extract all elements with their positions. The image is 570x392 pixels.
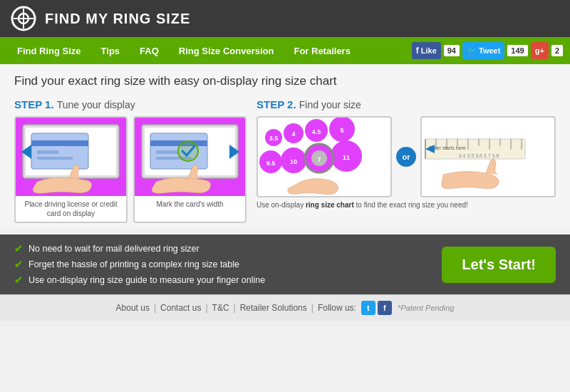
benefits-bar: ✔ No need to wait for mail delivered rin…: [0, 234, 570, 294]
footer-retailer-solutions[interactable]: Retailer Solutions: [240, 303, 307, 313]
svg-rect-16: [150, 140, 207, 146]
step1-caption1: Place driving license or credit card on …: [16, 196, 126, 222]
main-headline: Find your exact ring size with easy on-d…: [14, 74, 556, 88]
gp-count: 2: [551, 45, 563, 56]
tw-bird-icon: 🐦: [467, 46, 477, 56]
svg-text:10: 10: [290, 158, 297, 165]
fb-count: 94: [444, 45, 460, 56]
step1-title: STEP 1. Tune your display: [14, 98, 247, 110]
step1-illus1: [16, 118, 126, 196]
check-icon-2: ✔: [14, 259, 23, 270]
logo-icon: [11, 6, 36, 31]
svg-rect-17: [156, 150, 177, 154]
svg-text:11: 11: [343, 154, 350, 161]
site-footer: About us | Contact us | T&C | Retailer S…: [0, 294, 570, 321]
googleplus-button[interactable]: g+: [531, 42, 549, 59]
nav-tips[interactable]: Tips: [91, 37, 130, 64]
gp-icon: g+: [535, 46, 544, 55]
footer-tc[interactable]: T&C: [212, 303, 229, 313]
step2-images: 3.5 4 4.5 5 9.5 10 10.5: [256, 116, 556, 197]
svg-text:7: 7: [317, 156, 321, 163]
nav-faq[interactable]: FAQ: [130, 37, 169, 64]
patent-text: *Patent Pending: [398, 304, 455, 312]
navigation: Find Ring Size Tips FAQ Ring Size Conver…: [0, 37, 570, 64]
check-icon-1: ✔: [14, 243, 23, 254]
footer-about-us[interactable]: About us: [116, 303, 150, 313]
nav-find-ring-size[interactable]: Find Ring Size: [7, 37, 91, 64]
site-header: FIND MY RING SIZE: [0, 0, 570, 37]
benefits-list: ✔ No need to wait for mail delivered rin…: [14, 243, 428, 286]
footer-contact-us[interactable]: Contact us: [160, 303, 201, 313]
step1-images: Place driving license or credit card on …: [14, 116, 247, 223]
twitter-footer-icon[interactable]: t: [361, 301, 375, 315]
step1-image1: Place driving license or credit card on …: [14, 116, 128, 223]
tw-count: 149: [507, 45, 527, 56]
social-buttons: f Like 94 🐦 Tweet 149 g+ 2: [412, 42, 563, 59]
fb-label: Like: [421, 46, 437, 55]
tw-label: Tweet: [479, 46, 500, 55]
step2-section: STEP 2. Find your size 3.5 4: [256, 98, 556, 223]
svg-text:3.4 3.5 3.6 3.7 3.8: 3.4 3.5 3.6 3.7 3.8: [459, 153, 499, 158]
start-button[interactable]: Let's Start!: [442, 247, 556, 283]
step2-caption: Use on-display ring size chart to find t…: [256, 201, 556, 209]
site-title: FIND MY RING SIZE: [45, 11, 190, 27]
step2-ruler-illus: Ruler starts here: [422, 118, 554, 196]
or-badge: or: [396, 147, 416, 167]
twitter-tweet-button[interactable]: 🐦 Tweet: [462, 42, 504, 59]
steps-container: STEP 1. Tune your display: [14, 98, 556, 223]
check-icon-3: ✔: [14, 274, 23, 286]
nav-for-retailers[interactable]: For Retailers: [284, 37, 360, 64]
follow-label: Follow us:: [318, 303, 356, 313]
svg-text:9.5: 9.5: [266, 160, 276, 167]
step1-caption2: Mark the card's width: [153, 196, 226, 212]
step2-title: STEP 2. Find your size: [256, 98, 556, 110]
benefit-1: ✔ No need to wait for mail delivered rin…: [14, 243, 428, 254]
svg-text:4.5: 4.5: [312, 128, 321, 135]
svg-text:4: 4: [291, 130, 295, 138]
fb-icon: f: [416, 46, 419, 56]
step1-image2: Mark the card's width: [133, 116, 247, 223]
facebook-footer-icon[interactable]: f: [378, 301, 392, 315]
step2-chart-box: 3.5 4 4.5 5 9.5 10 10.5: [256, 116, 392, 197]
svg-rect-8: [31, 140, 88, 146]
nav-ring-size-conversion[interactable]: Ring Size Conversion: [169, 37, 284, 64]
benefit-3: ✔ Use on-display ring size guide to meas…: [14, 274, 428, 286]
svg-text:3.5: 3.5: [269, 135, 279, 142]
svg-text:5: 5: [340, 127, 343, 134]
benefit-2: ✔ Forget the hassle of printing a comple…: [14, 259, 428, 270]
svg-rect-9: [37, 150, 58, 154]
svg-point-20: [178, 141, 198, 161]
step1-illus2: [135, 118, 245, 196]
step2-chart-illus: 3.5 4 4.5 5 9.5 10 10.5: [258, 118, 390, 196]
facebook-like-button[interactable]: f Like: [412, 42, 441, 59]
step1-section: STEP 1. Tune your display: [14, 98, 247, 223]
step2-ruler-box: Ruler starts here: [420, 116, 556, 197]
svg-rect-10: [37, 157, 73, 160]
main-content: Find your exact ring size with easy on-d…: [0, 64, 570, 229]
